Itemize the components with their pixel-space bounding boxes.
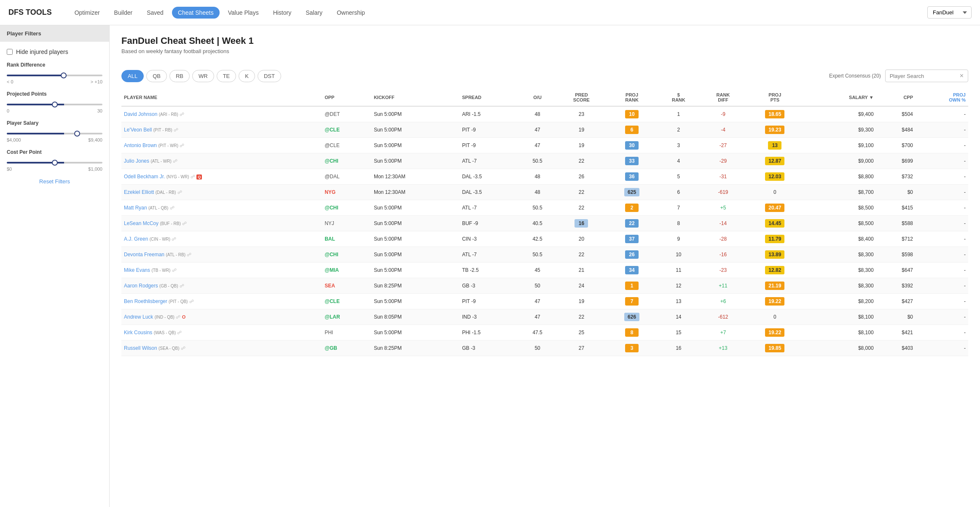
player-name-cell: LeSean McCoy (BUF - RB) ☍: [121, 216, 322, 231]
player-name[interactable]: A.J. Green: [124, 236, 148, 242]
nav-item-history[interactable]: History: [267, 7, 298, 19]
player-name[interactable]: Andrew Luck: [124, 314, 153, 320]
opp-cell: @DET: [322, 106, 371, 122]
filter-slider-1[interactable]: [7, 104, 102, 105]
pos-filter-k[interactable]: K: [239, 70, 255, 82]
nav-item-cheat-sheets[interactable]: Cheat Sheets: [172, 7, 220, 19]
platform-select[interactable]: FanDuelDraftKings: [927, 6, 972, 19]
filter-slider-3[interactable]: [7, 162, 102, 164]
pos-filter-qb[interactable]: QB: [146, 70, 167, 82]
proj-pts-cell: 13.89: [765, 250, 784, 259]
player-name[interactable]: Ben Roethlisberger: [124, 298, 167, 304]
player-name[interactable]: Ezekiel Elliott: [124, 189, 154, 195]
reset-filters-link[interactable]: Reset Filters: [7, 178, 102, 185]
player-name[interactable]: LeSean McCoy: [124, 220, 158, 226]
col-ou[interactable]: O/U: [519, 89, 555, 106]
player-meta: (ARI - RB): [159, 112, 178, 117]
proj-pts-cell-wrap: 12.82: [745, 263, 804, 278]
salary-cell: $8,300: [804, 278, 876, 294]
opp-cell: @GB: [322, 341, 371, 356]
col-cpp[interactable]: CPP: [876, 89, 916, 106]
col-opp[interactable]: OPP: [322, 89, 371, 106]
player-name[interactable]: Mike Evans: [124, 267, 150, 273]
hide-injured-label: Hide injured players: [16, 48, 68, 55]
pos-filter-rb[interactable]: RB: [169, 70, 190, 82]
table-row: Aaron Rodgers (GB - QB) ☍ SEA Sun 8:25PM…: [121, 278, 968, 294]
search-clear-icon[interactable]: ×: [960, 72, 964, 80]
player-name[interactable]: Julio Jones: [124, 158, 149, 164]
proj-pts-cell-wrap: 0: [745, 185, 804, 200]
player-name[interactable]: Kirk Cousins: [124, 330, 152, 335]
kickoff-cell: Sun 5:00PM: [371, 106, 459, 122]
filter-slider-2[interactable]: [7, 133, 102, 134]
proj-rank-cell: 626: [607, 309, 656, 325]
nav-item-salary[interactable]: Salary: [300, 7, 328, 19]
cpp-cell: $392: [876, 278, 916, 294]
player-name[interactable]: Odell Beckham Jr.: [124, 174, 165, 180]
player-name[interactable]: Aaron Rodgers: [124, 283, 158, 289]
col-salary-rank[interactable]: $RANK: [656, 89, 701, 106]
player-name[interactable]: Matt Ryan: [124, 205, 147, 211]
opp-cell: @LAR: [322, 309, 371, 325]
nav-item-optimizer[interactable]: Optimizer: [69, 7, 106, 19]
chat-icon: ☍: [189, 299, 194, 304]
nav-item-builder[interactable]: Builder: [108, 7, 139, 19]
salary-rank-cell: 4: [656, 153, 701, 169]
player-meta: (CIN - WR): [150, 237, 170, 241]
chat-icon: ☍: [174, 127, 178, 132]
rank-diff-cell: +6: [701, 294, 746, 309]
nav-item-value-plays[interactable]: Value Plays: [222, 7, 265, 19]
ou-cell: 50.5: [519, 247, 555, 263]
col-kickoff[interactable]: KICKOFF: [371, 89, 459, 106]
cpp-cell: $588: [876, 216, 916, 231]
proj-pts-cell-wrap: 13: [745, 138, 804, 153]
pred-score-cell: 19: [556, 122, 607, 138]
table-row: Russell Wilson (SEA - QB) ☍ @GB Sun 8:25…: [121, 341, 968, 356]
rank-diff-cell: -4: [701, 122, 746, 138]
salary-cell: $8,700: [804, 185, 876, 200]
col-proj-pts[interactable]: PROJPTS: [745, 89, 804, 106]
player-name[interactable]: Antonio Brown: [124, 142, 157, 148]
pos-filter-all[interactable]: ALL: [121, 70, 144, 82]
proj-own-cell: -: [916, 325, 968, 341]
pos-filter-wr[interactable]: WR: [192, 70, 214, 82]
pos-filter-te[interactable]: TE: [217, 70, 236, 82]
rank-diff-cell: -612: [701, 309, 746, 325]
spread-cell: ARI -1.5: [459, 106, 519, 122]
filter-slider-0[interactable]: [7, 75, 102, 76]
filter-cost-per-point: Cost Per Point $0 $1,000: [7, 149, 102, 172]
salary-cell: $9,400: [804, 106, 876, 122]
kickoff-cell: Sun 5:00PM: [371, 200, 459, 216]
sidebar-header: Player Filters: [0, 25, 109, 42]
content-header-row: $ Play at FanDuel FanDuel Cheat Sheet | …: [121, 35, 968, 63]
player-name[interactable]: David Johnson: [124, 111, 157, 117]
player-name-cell: Ezekiel Elliott (DAL - RB) ☍: [121, 185, 322, 200]
proj-pts-cell: 0: [773, 189, 776, 195]
col-spread[interactable]: SPREAD: [459, 89, 519, 106]
filter-label-2: Player Salary: [7, 120, 102, 126]
col-pred-score[interactable]: PREDSCORE: [556, 89, 607, 106]
player-name[interactable]: Devonta Freeman: [124, 252, 164, 258]
hide-injured-checkbox[interactable]: [7, 49, 13, 55]
col-player-name[interactable]: PLAYER NAME: [121, 89, 322, 106]
player-name[interactable]: Russell Wilson: [124, 345, 157, 351]
kickoff-cell: Sun 5:00PM: [371, 122, 459, 138]
table-row: Antonio Brown (PIT - WR) ☍ @CLE Sun 5:00…: [121, 138, 968, 153]
col-proj-rank[interactable]: PROJRANK: [607, 89, 656, 106]
player-search-input[interactable]: [890, 73, 957, 79]
pos-filter-dst[interactable]: DST: [258, 70, 281, 82]
rank-diff-cell: -31: [701, 169, 746, 185]
kickoff-cell: Sun 5:00PM: [371, 231, 459, 247]
col-proj-own[interactable]: PROJOWN %: [916, 89, 968, 106]
col-salary[interactable]: SALARY ▼: [804, 89, 876, 106]
opp-cell: @MIA: [322, 263, 371, 278]
chat-icon: ☍: [180, 283, 184, 288]
spread-cell: IND -3: [459, 309, 519, 325]
col-rank-diff[interactable]: RANKDIFF: [701, 89, 746, 106]
proj-pts-cell-wrap: 14.45: [745, 216, 804, 231]
nav-item-saved[interactable]: Saved: [141, 7, 169, 19]
nav-item-ownership[interactable]: Ownership: [331, 7, 371, 19]
proj-rank-badge: 7: [625, 297, 639, 306]
player-name[interactable]: Le'Veon Bell: [124, 127, 152, 133]
proj-own-cell: -: [916, 231, 968, 247]
